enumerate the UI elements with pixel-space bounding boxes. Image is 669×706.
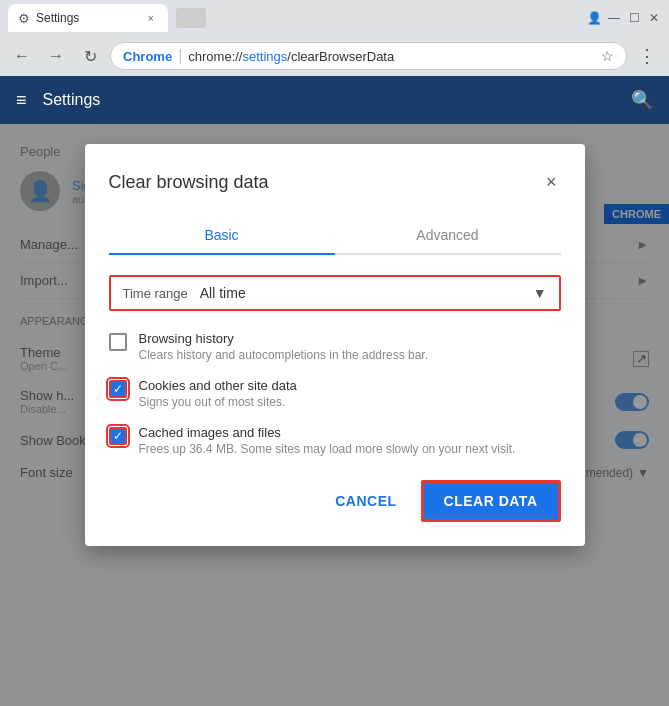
browsing-history-desc: Clears history and autocompletions in th…: [139, 348, 429, 362]
address-bar-row: ← → ↻ Chrome | chrome://settings/clearBr…: [0, 36, 669, 76]
cached-checkmark-icon: ✓: [113, 429, 123, 443]
tab-title: Settings: [36, 11, 79, 25]
modal-footer: CANCEL CLEAR DATA: [109, 480, 561, 522]
cached-text: Cached images and files Frees up 36.4 MB…: [139, 425, 516, 456]
cookies-text: Cookies and other site data Signs you ou…: [139, 378, 297, 409]
time-range-dropdown-arrow-icon: ▼: [533, 285, 547, 301]
cached-desc: Frees up 36.4 MB. Some sites may load mo…: [139, 442, 516, 456]
cached-checkbox[interactable]: ✓: [109, 427, 127, 445]
back-button[interactable]: ←: [8, 42, 36, 70]
window-controls: 👤 — ☐ ✕: [587, 11, 661, 25]
cached-option: ✓ Cached images and files Frees up 36.4 …: [109, 425, 561, 456]
cookies-desc: Signs you out of most sites.: [139, 395, 297, 409]
cancel-button[interactable]: CANCEL: [319, 483, 412, 519]
hamburger-menu-icon[interactable]: ≡: [16, 90, 27, 111]
cookies-checkmark-icon: ✓: [113, 382, 123, 396]
chrome-logo: Chrome: [123, 49, 172, 64]
cached-label: Cached images and files: [139, 425, 516, 440]
minimize-button[interactable]: —: [607, 11, 621, 25]
bookmark-star-icon[interactable]: ☆: [601, 48, 614, 64]
tab-close-button[interactable]: ×: [144, 10, 158, 26]
modal-header: Clear browsing data ×: [109, 168, 561, 197]
modal-overlay: Clear browsing data × Basic Advanced Tim…: [0, 124, 669, 706]
cookies-label: Cookies and other site data: [139, 378, 297, 393]
browser-menu-button[interactable]: ⋮: [633, 42, 661, 70]
account-icon[interactable]: 👤: [587, 11, 601, 25]
tab-advanced[interactable]: Advanced: [335, 217, 561, 253]
forward-button[interactable]: →: [42, 42, 70, 70]
cookies-checkbox[interactable]: ✓: [109, 380, 127, 398]
settings-header: ≡ Settings 🔍: [0, 76, 669, 124]
close-button[interactable]: ✕: [647, 11, 661, 25]
browser-tab[interactable]: ⚙ Settings ×: [8, 4, 168, 32]
settings-link: settings: [242, 49, 287, 64]
settings-tab-icon: ⚙: [18, 11, 30, 26]
content-area: People 👤 Sign in to Chrome automa... Man…: [0, 124, 669, 706]
browsing-history-checkbox[interactable]: [109, 333, 127, 351]
modal-tabs: Basic Advanced: [109, 217, 561, 255]
time-range-dropdown[interactable]: All time Last hour Last 24 hours Last 7 …: [200, 285, 521, 301]
new-tab-button[interactable]: [176, 8, 206, 28]
search-icon[interactable]: 🔍: [631, 89, 653, 111]
settings-page-title: Settings: [43, 91, 101, 109]
time-range-label: Time range: [123, 286, 188, 301]
address-divider: |: [178, 47, 182, 65]
cookies-option: ✓ Cookies and other site data Signs you …: [109, 378, 561, 409]
title-bar: ⚙ Settings × 👤 — ☐ ✕: [0, 0, 669, 36]
address-url: chrome://settings/clearBrowserData: [188, 49, 394, 64]
modal-close-button[interactable]: ×: [542, 168, 561, 197]
address-bar[interactable]: Chrome | chrome://settings/clearBrowserD…: [110, 42, 627, 70]
browsing-history-option: Browsing history Clears history and auto…: [109, 331, 561, 362]
tab-basic[interactable]: Basic: [109, 217, 335, 255]
maximize-button[interactable]: ☐: [627, 11, 641, 25]
modal-title: Clear browsing data: [109, 172, 269, 193]
browsing-history-label: Browsing history: [139, 331, 429, 346]
clear-browsing-data-modal: Clear browsing data × Basic Advanced Tim…: [85, 144, 585, 546]
refresh-button[interactable]: ↻: [76, 42, 104, 70]
clear-data-button[interactable]: CLEAR DATA: [421, 480, 561, 522]
browsing-history-text: Browsing history Clears history and auto…: [139, 331, 429, 362]
browser-frame: ⚙ Settings × 👤 — ☐ ✕ ← → ↻ Chrome | chro…: [0, 0, 669, 706]
time-range-selector[interactable]: Time range All time Last hour Last 24 ho…: [109, 275, 561, 311]
